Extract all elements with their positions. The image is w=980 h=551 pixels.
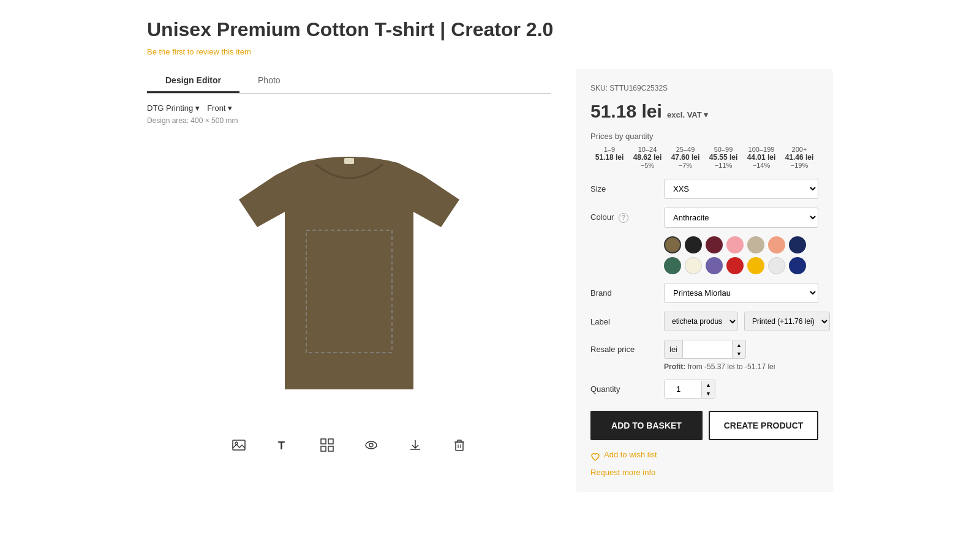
front-btn[interactable]: Front ▾ xyxy=(207,103,232,113)
color-swatch[interactable] xyxy=(726,257,744,274)
label-field-label: Label xyxy=(590,317,658,326)
resale-spin-down[interactable]: ▼ xyxy=(733,350,745,358)
color-swatch[interactable] xyxy=(768,236,785,253)
sku: SKU: STTU169C2532S xyxy=(590,84,818,92)
color-swatch[interactable] xyxy=(789,257,806,274)
request-more-link[interactable]: Request more info xyxy=(590,468,655,477)
qty-table: 1–9 51.18 lei 10–24 48.62 lei −5% 25–49 … xyxy=(590,146,818,169)
color-swatch[interactable] xyxy=(685,236,702,253)
excl-vat-btn[interactable]: excl. VAT ▾ xyxy=(667,110,708,119)
svg-rect-2 xyxy=(233,440,245,450)
colour-row: Colour ? Anthracite xyxy=(590,208,818,228)
size-row: Size XXSXSSMLXL xyxy=(590,179,818,199)
svg-rect-6 xyxy=(328,439,333,444)
tshirt-svg xyxy=(221,138,478,420)
qty-tier: 25–49 47.60 lei −7% xyxy=(666,146,704,169)
trash-icon[interactable] xyxy=(453,438,466,452)
action-buttons: ADD TO BASKET CREATE PRODUCT xyxy=(590,411,818,440)
editor-toolbar: DTG Printing ▾ Front ▾ xyxy=(147,103,551,113)
colour-help-icon[interactable]: ? xyxy=(619,213,628,223)
profit-text: Profit: from -55.37 lei to -51.17 lei xyxy=(664,362,818,371)
color-swatches xyxy=(664,236,818,274)
svg-rect-5 xyxy=(321,439,326,444)
size-label: Size xyxy=(590,184,658,193)
color-swatch[interactable] xyxy=(768,257,785,274)
brand-row: Brand Printesa Miorlau xyxy=(590,283,818,303)
tshirt-preview xyxy=(147,132,551,426)
bottom-icons-bar: T xyxy=(147,438,551,452)
svg-point-10 xyxy=(369,443,373,447)
colour-label: Colour ? xyxy=(590,212,658,223)
product-title: Unisex Premium Cotton T-shirt | Creator … xyxy=(147,18,833,41)
image-icon[interactable] xyxy=(232,438,246,452)
svg-text:T: T xyxy=(278,440,285,452)
qty-spin-up[interactable]: ▲ xyxy=(702,381,715,389)
quantity-input-wrap: ▲ ▼ xyxy=(664,380,715,399)
add-to-wish-link[interactable]: Add to wish list xyxy=(604,450,657,459)
prices-by-quantity: Prices by quantity 1–9 51.18 lei 10–24 4… xyxy=(590,132,818,169)
qty-tier: 200+ 41.46 lei −19% xyxy=(780,146,818,169)
grid-icon[interactable] xyxy=(320,438,334,452)
color-swatch[interactable] xyxy=(747,257,764,274)
color-swatch[interactable] xyxy=(706,236,723,253)
svg-rect-7 xyxy=(321,446,326,451)
color-swatch[interactable] xyxy=(664,257,681,274)
resale-spin-up[interactable]: ▲ xyxy=(733,341,745,350)
design-area-label: Design area: 400 × 500 mm xyxy=(147,116,551,125)
right-panel: SKU: STTU169C2532S 51.18 lei excl. VAT ▾… xyxy=(576,69,833,492)
left-panel: Design Editor Photo DTG Printing ▾ Front… xyxy=(147,69,551,492)
size-select[interactable]: XXSXSSMLXL xyxy=(664,179,818,199)
price-display: 51.18 lei excl. VAT ▾ xyxy=(590,101,818,122)
colour-select[interactable]: Anthracite xyxy=(664,208,818,228)
tab-photo[interactable]: Photo xyxy=(239,69,299,93)
qty-spin-down[interactable]: ▼ xyxy=(702,389,715,398)
label-select1[interactable]: eticheta produs xyxy=(664,312,738,331)
qty-tier: 10–24 48.62 lei −5% xyxy=(628,146,666,169)
create-product-button[interactable]: CREATE PRODUCT xyxy=(709,411,818,440)
color-swatch[interactable] xyxy=(789,236,806,253)
color-swatch[interactable] xyxy=(726,236,744,253)
svg-point-9 xyxy=(366,441,377,449)
label-select2[interactable]: Printed (+11.76 lei) xyxy=(744,312,830,331)
quantity-input[interactable] xyxy=(665,380,701,398)
prices-by-qty-label: Prices by quantity xyxy=(590,132,818,141)
quantity-label: Quantity xyxy=(590,384,658,394)
tab-design-editor[interactable]: Design Editor xyxy=(147,69,239,93)
color-swatch[interactable] xyxy=(664,236,681,253)
chevron-down-icon: ▾ xyxy=(228,103,232,113)
eye-icon[interactable] xyxy=(364,438,378,452)
resale-label: Resale price xyxy=(590,345,658,354)
resale-row: Resale price lei ▲ ▼ xyxy=(590,340,818,359)
text-icon[interactable]: T xyxy=(276,438,290,452)
heart-icon xyxy=(590,452,600,462)
download-icon[interactable] xyxy=(409,438,422,452)
currency-label: lei xyxy=(665,340,683,358)
brand-select[interactable]: Printesa Miorlau xyxy=(664,283,818,303)
qty-tier: 1–9 51.18 lei xyxy=(590,146,628,169)
resale-input-wrap: lei ▲ ▼ xyxy=(664,340,746,359)
color-swatch[interactable] xyxy=(747,236,764,253)
qty-tier: 50–99 45.55 lei −11% xyxy=(704,146,742,169)
add-to-basket-button[interactable]: ADD TO BASKET xyxy=(590,411,703,440)
qty-tier: 100–199 44.01 lei −14% xyxy=(742,146,780,169)
svg-rect-8 xyxy=(328,446,333,451)
review-link[interactable]: Be the first to review this item xyxy=(147,47,251,56)
qty-spinner: ▲ ▼ xyxy=(701,381,715,398)
tabs-container: Design Editor Photo xyxy=(147,69,551,94)
color-swatch[interactable] xyxy=(706,257,723,274)
brand-label: Brand xyxy=(590,288,658,298)
svg-rect-11 xyxy=(456,442,463,451)
resale-input[interactable] xyxy=(683,340,732,358)
dtg-printing-btn[interactable]: DTG Printing ▾ xyxy=(147,103,200,113)
chevron-down-icon: ▾ xyxy=(195,103,200,113)
label-row: Label eticheta produs Printed (+11.76 le… xyxy=(590,312,818,331)
resale-spinner: ▲ ▼ xyxy=(732,341,745,358)
quantity-row: Quantity ▲ ▼ xyxy=(590,380,818,399)
svg-rect-0 xyxy=(344,158,354,164)
color-swatch[interactable] xyxy=(685,257,702,274)
